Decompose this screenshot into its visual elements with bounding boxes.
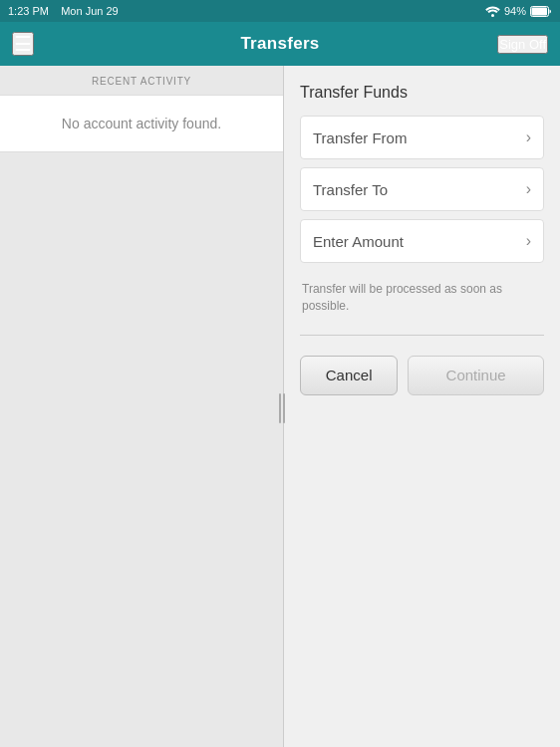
- cancel-button[interactable]: Cancel: [300, 356, 398, 395]
- transfer-note: Transfer will be processed as soon as po…: [302, 281, 544, 315]
- action-buttons: Cancel Continue: [300, 356, 544, 395]
- svg-rect-2: [532, 7, 548, 15]
- status-date: Mon Jun 29: [61, 5, 118, 17]
- continue-button[interactable]: Continue: [408, 356, 544, 395]
- battery-icon: [530, 6, 552, 17]
- transfer-to-label: Transfer To: [313, 181, 388, 198]
- left-panel: RECENT ACTIVITY No account activity foun…: [0, 66, 284, 747]
- status-icons: 94%: [485, 5, 552, 17]
- status-time-date: 1:23 PM Mon Jun 29: [8, 5, 119, 17]
- no-activity-message: No account activity found.: [0, 95, 283, 152]
- panel-drag-handle[interactable]: [278, 388, 286, 428]
- enter-amount-field[interactable]: Enter Amount ›: [300, 219, 544, 263]
- sign-off-button[interactable]: Sign Off: [497, 35, 548, 54]
- main-layout: RECENT ACTIVITY No account activity foun…: [0, 66, 560, 747]
- battery-percentage: 94%: [504, 5, 526, 17]
- transfer-to-field[interactable]: Transfer To ›: [300, 167, 544, 211]
- drag-line-2: [283, 393, 285, 423]
- status-bar: 1:23 PM Mon Jun 29 94%: [0, 0, 560, 22]
- transfer-from-label: Transfer From: [313, 129, 407, 146]
- drag-line-1: [279, 393, 281, 423]
- transfer-to-chevron-icon: ›: [526, 180, 531, 198]
- svg-point-0: [491, 14, 494, 17]
- transfer-funds-title: Transfer Funds: [300, 84, 544, 102]
- divider: [300, 335, 544, 336]
- right-panel: Transfer Funds Transfer From › Transfer …: [284, 66, 560, 747]
- page-title: Transfers: [240, 34, 319, 54]
- menu-button[interactable]: ☰: [12, 32, 34, 56]
- enter-amount-label: Enter Amount: [313, 233, 404, 250]
- wifi-icon: [485, 6, 500, 17]
- recent-activity-header: RECENT ACTIVITY: [0, 66, 283, 95]
- status-time: 1:23 PM: [8, 5, 49, 17]
- transfer-from-chevron-icon: ›: [526, 128, 531, 146]
- transfer-from-field[interactable]: Transfer From ›: [300, 116, 544, 159]
- app-header: ☰ Transfers Sign Off: [0, 22, 560, 66]
- enter-amount-chevron-icon: ›: [526, 232, 531, 250]
